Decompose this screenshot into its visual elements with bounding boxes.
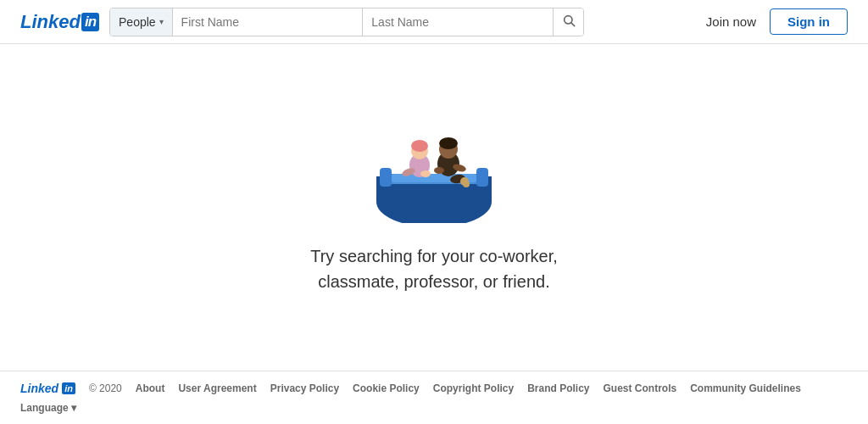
footer-link[interactable]: User Agreement — [178, 382, 256, 394]
join-now-button[interactable]: Join now — [706, 14, 756, 29]
footer-link[interactable]: About — [136, 382, 165, 394]
footer-logo-in: in — [62, 382, 75, 394]
language-chevron-icon: ▾ — [71, 402, 76, 414]
linkedin-logo[interactable]: Linkedin — [20, 11, 99, 33]
footer-copyright: © 2020 — [89, 382, 122, 394]
sign-in-button[interactable]: Sign in — [770, 8, 848, 35]
header-actions: Join now Sign in — [706, 8, 848, 35]
first-name-input[interactable] — [173, 8, 363, 36]
svg-rect-6 — [476, 168, 488, 187]
search-bar: People ▾ — [109, 8, 584, 36]
last-name-input[interactable] — [363, 8, 553, 36]
chevron-down-icon: ▾ — [159, 17, 164, 26]
footer-link[interactable]: Copyright Policy — [433, 382, 514, 394]
svg-point-17 — [434, 167, 444, 174]
footer-logo-text: Linked — [20, 382, 58, 395]
logo-in-box: in — [81, 13, 99, 31]
footer-links: AboutUser AgreementPrivacy PolicyCookie … — [136, 382, 801, 394]
footer-logo[interactable]: Linkedin — [20, 382, 75, 395]
footer-link[interactable]: Guest Controls — [604, 382, 677, 394]
language-label: Language — [20, 402, 69, 414]
svg-point-15 — [439, 137, 458, 149]
search-button[interactable] — [553, 8, 583, 36]
svg-point-10 — [411, 140, 428, 152]
footer-link[interactable]: Privacy Policy — [270, 382, 339, 394]
footer-link[interactable]: Community Guidelines — [690, 382, 801, 394]
language-selector[interactable]: Language ▾ — [20, 402, 76, 414]
svg-rect-5 — [380, 168, 392, 187]
svg-point-20 — [463, 181, 470, 187]
footer-link[interactable]: Brand Policy — [527, 382, 589, 394]
logo-text: Linked — [20, 11, 81, 33]
search-category-label: People — [119, 15, 156, 29]
empty-state-illustration — [358, 104, 510, 223]
svg-line-1 — [571, 23, 575, 26]
empty-state-line2: classmate, professor, or friend. — [318, 272, 549, 291]
svg-point-12 — [420, 170, 431, 177]
search-category-dropdown[interactable]: People ▾ — [110, 8, 173, 36]
search-icon — [562, 14, 576, 31]
empty-state-text: Try searching for your co-worker, classm… — [310, 243, 558, 294]
empty-state-line1: Try searching for your co-worker, — [310, 247, 558, 265]
footer-link[interactable]: Cookie Policy — [353, 382, 420, 394]
